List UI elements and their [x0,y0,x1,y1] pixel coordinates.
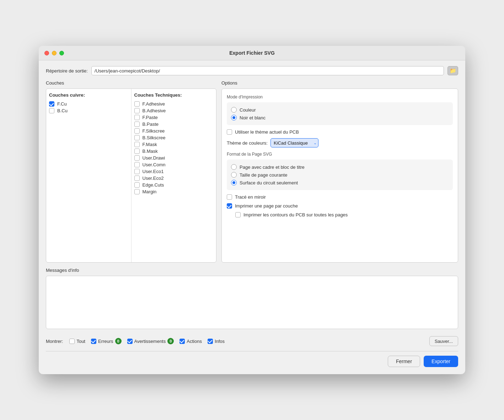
imprimer-contours-label: Imprimer les contours du PCB sur toutes … [243,212,348,217]
folder-icon: 📁 [450,68,456,74]
udraw-checkbox[interactable] [134,155,140,161]
sauver-button[interactable]: Sauver... [429,336,458,346]
fsilk-checkbox[interactable] [134,128,140,134]
imprimer-page-checkbox[interactable] [227,203,232,209]
options-panel: Mode d'Impression Couleur Noir et blanc [221,88,458,263]
bpaste-checkbox[interactable] [134,122,140,127]
actions-checkbox[interactable] [179,339,185,344]
list-item: B.Paste [134,121,214,128]
theme-pcb-row: Utiliser le thème actuel du PCB [227,129,453,135]
infos-checkbox[interactable] [208,339,213,344]
page-cadre-radio-item[interactable]: Page avec cadre et bloc de titre [231,163,449,171]
options-section-label: Options [221,80,458,86]
margin-checkbox[interactable] [134,189,140,194]
avertissements-checkbox[interactable] [127,339,133,344]
couche-item-fcu: F.Cu [49,101,128,107]
output-dir-row: Répertoire de sortie: 📁 [46,66,458,75]
surface-circuit-radio[interactable] [231,180,237,185]
bcu-label: B.Cu [57,108,68,113]
trace-miroir-label: Tracé en miroir [235,194,266,200]
page-cadre-radio[interactable] [231,164,237,170]
bcu-checkbox[interactable] [49,108,54,113]
options-section: Options Mode d'Impression Couleur Noir e… [221,80,458,263]
output-dir-label: Répertoire de sortie: [46,68,88,74]
list-item: Edge.Cuts [134,182,214,188]
trace-miroir-checkbox[interactable] [227,194,232,200]
couche-item-bcu: B.Cu [49,107,128,114]
fmask-checkbox[interactable] [134,142,140,147]
infos-filter: Infos [208,339,225,344]
surface-circuit-radio-item[interactable]: Surface du circuit seulement [231,179,449,187]
avertissements-badge: 0 [167,338,174,344]
list-item: F.Mask [134,141,214,148]
taille-page-radio[interactable] [231,172,237,178]
exporter-button[interactable]: Exporter [424,356,458,367]
list-item: B.Adhesive [134,107,214,114]
theme-select[interactable]: KiCad Classique KiCad Default [270,138,318,147]
format-page-label: Format de la Page SVG [227,152,453,157]
erreurs-checkbox[interactable] [91,339,96,344]
mode-impression-label: Mode d'Impression [227,95,453,99]
page-cadre-label: Page avec cadre et bloc de titre [240,165,305,170]
actions-label: Actions [187,339,202,344]
couleur-radio-item[interactable]: Couleur [231,106,449,114]
imprimer-page-row: Imprimer une page par couche [227,203,453,209]
noir-blanc-radio-item[interactable]: Noir et blanc [231,114,449,122]
taille-page-label: Taille de page courante [240,172,287,178]
tout-filter: Tout [69,339,85,344]
ecuts-checkbox[interactable] [134,182,140,188]
list-item: B.Silkscree [134,134,214,141]
theme-couleurs-row: Thème de couleurs: KiCad Classique KiCad… [227,138,453,147]
fadhesive-checkbox[interactable] [134,101,140,107]
bmask-checkbox[interactable] [134,149,140,154]
erreurs-label: Erreurs [98,339,113,344]
cuivre-col: Couches cuivre: F.Cu B.Cu [46,89,132,262]
imprimer-contours-row: Imprimer les contours du PCB sur toutes … [235,212,453,217]
folder-button[interactable]: 📁 [447,66,458,75]
action-row: Fermer Exporter [46,351,458,367]
fpaste-checkbox[interactable] [134,115,140,120]
ueco1-checkbox[interactable] [134,169,140,174]
avertissements-label: Avertissements [134,339,166,344]
fermer-button[interactable]: Fermer [388,356,420,367]
list-item: Margin [134,188,214,195]
list-item: User.Eco2 [134,175,214,182]
format-page-group: Page avec cadre et bloc de titre Taille … [227,160,453,190]
infos-label: Infos [215,339,225,344]
cuivre-col-title: Couches cuivre: [49,92,128,98]
main-sections: Couches Couches cuivre: F.Cu B.Cu [46,80,458,263]
mode-impression-group: Couleur Noir et blanc [227,102,453,125]
bsilk-checkbox[interactable] [134,135,140,140]
theme-pcb-checkbox[interactable] [227,129,232,135]
minimize-button[interactable] [52,51,57,55]
noir-blanc-radio-label: Noir et blanc [240,115,266,120]
avertissements-filter: Avertissements 0 [127,338,174,344]
list-item: F.Paste [134,114,214,121]
erreurs-badge: 0 [115,338,122,344]
window-title: Export Fichier SVG [229,50,275,56]
maximize-button[interactable] [59,51,64,55]
noir-blanc-radio[interactable] [231,115,237,120]
trace-miroir-row: Tracé en miroir [227,194,453,200]
titlebar: Export Fichier SVG [39,46,465,60]
output-dir-input[interactable] [91,66,444,75]
couches-section-label: Couches [46,80,216,86]
fcu-checkbox[interactable] [49,101,54,107]
couches-section: Couches Couches cuivre: F.Cu B.Cu [46,80,216,263]
montrer-label: Montrer: [46,339,63,344]
couleur-radio[interactable] [231,107,237,113]
ueco2-checkbox[interactable] [134,176,140,181]
tout-checkbox[interactable] [69,339,75,344]
taille-page-radio-item[interactable]: Taille de page courante [231,171,449,179]
export-svg-window: Export Fichier SVG Répertoire de sortie:… [39,46,465,374]
list-item: User.Eco1 [134,168,214,175]
techniques-col-title: Couches Techniques: [134,92,214,98]
couches-panel: Couches cuivre: F.Cu B.Cu Couches Techni… [46,88,216,263]
actions-filter: Actions [179,339,202,344]
close-button[interactable] [44,51,49,55]
ucomn-checkbox[interactable] [134,162,140,167]
tout-label: Tout [76,339,85,344]
messages-section: Messages d'info [46,268,458,329]
badhesive-checkbox[interactable] [134,108,140,113]
imprimer-contours-checkbox[interactable] [235,212,241,217]
